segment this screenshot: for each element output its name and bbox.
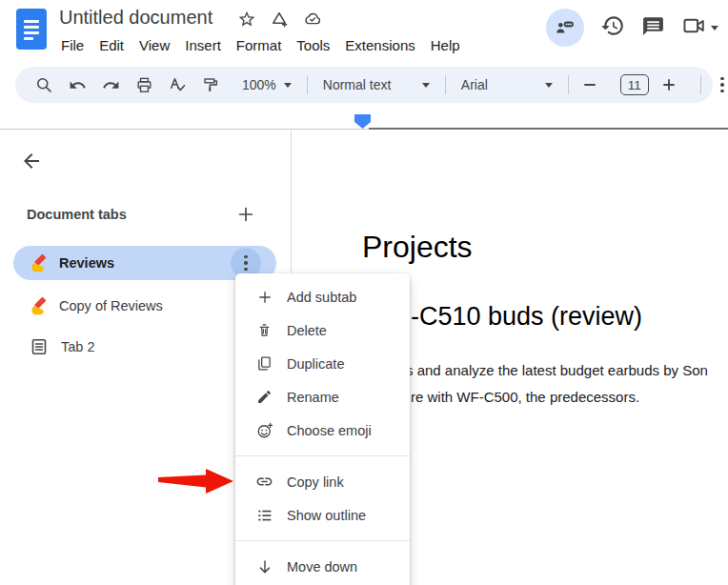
paragraph-style-select[interactable]: Normal text	[317, 77, 435, 92]
spell-check-icon[interactable]	[166, 73, 189, 96]
tab-label: Copy of Reviews	[59, 298, 163, 313]
writing-hand-emoji	[30, 296, 50, 315]
menu-tools[interactable]: Tools	[289, 34, 337, 56]
menu-item-copy-link[interactable]: Copy link	[235, 465, 410, 498]
video-call-icon[interactable]	[681, 13, 706, 42]
toolbar: 100% Normal text Arial 11	[15, 67, 713, 103]
menu-insert[interactable]: Insert	[177, 34, 229, 56]
toolbar-divider	[568, 75, 569, 94]
menu-item-delete[interactable]: Delete	[235, 313, 410, 347]
menu-format[interactable]: Format	[229, 34, 290, 56]
menu-item-move-down[interactable]: Move down	[235, 550, 410, 583]
menu-item-label: Choose emoji	[287, 423, 372, 438]
redo-icon[interactable]	[99, 73, 122, 96]
chevron-down-icon	[284, 83, 292, 88]
google-docs-window: Untitled document File Edit View Insert …	[0, 0, 728, 585]
sidebar-item-copy-of-reviews[interactable]: Copy of Reviews	[30, 289, 163, 323]
menu-item-add-subtab[interactable]: Add subtab	[235, 280, 410, 313]
menu-file[interactable]: File	[53, 34, 91, 56]
outline-icon	[255, 506, 273, 524]
tab-context-menu: Add subtab Delete Duplicate Rename Choos…	[235, 273, 410, 585]
menu-item-choose-emoji[interactable]: Choose emoji	[235, 414, 410, 447]
doc-heading-projects[interactable]: Projects	[362, 230, 473, 265]
menu-bar: File Edit View Insert Format Tools Exten…	[53, 34, 468, 56]
back-arrow-icon[interactable]	[20, 150, 43, 172]
menu-item-label: Delete	[287, 323, 327, 338]
video-call-dropdown-icon[interactable]	[711, 26, 718, 30]
menu-view[interactable]: View	[131, 34, 177, 56]
paint-format-icon[interactable]	[199, 73, 222, 96]
tab-label: Tab 2	[61, 339, 94, 354]
document-icon	[30, 338, 48, 355]
writing-hand-emoji	[30, 253, 50, 272]
zoom-select[interactable]: 100%	[236, 77, 297, 92]
menu-help[interactable]: Help	[423, 34, 468, 56]
menu-edit[interactable]: Edit	[91, 34, 131, 56]
menu-item-label: Duplicate	[287, 356, 344, 372]
ruler-line-page	[369, 128, 728, 130]
add-tab-icon[interactable]	[235, 204, 256, 225]
more-options-icon[interactable]	[711, 73, 728, 96]
arrow-down-icon	[255, 557, 273, 575]
emoji-plus-icon	[255, 421, 273, 439]
toolbar-divider	[700, 75, 701, 94]
font-size-field[interactable]: 11	[620, 74, 649, 95]
zoom-value: 100%	[242, 77, 276, 92]
menu-item-label: Rename	[287, 390, 339, 405]
doc-body-line[interactable]: s and analyze the latest budget earbuds …	[406, 362, 708, 378]
menu-extensions[interactable]: Extensions	[337, 34, 422, 56]
toolbar-divider	[445, 75, 446, 94]
trash-icon	[255, 321, 273, 339]
toolbar-divider	[307, 75, 308, 94]
move-icon[interactable]	[270, 10, 289, 29]
print-icon[interactable]	[132, 73, 155, 96]
menu-item-label: Show outline	[287, 508, 366, 523]
document-tabs-header: Document tabs	[27, 207, 127, 222]
font-family-value: Arial	[461, 77, 488, 92]
menu-item-label: Add subtab	[287, 290, 356, 305]
paragraph-style-value: Normal text	[323, 77, 392, 92]
cloud-saved-icon[interactable]	[302, 10, 323, 29]
indent-marker-icon[interactable]	[354, 114, 371, 133]
ruler-line	[0, 129, 369, 130]
duplicate-icon	[255, 354, 273, 373]
document-title[interactable]: Untitled document	[59, 7, 212, 29]
version-history-icon[interactable]	[600, 13, 625, 42]
pencil-icon	[255, 388, 273, 406]
menu-divider	[235, 455, 410, 456]
increase-font-size-button[interactable]	[657, 73, 680, 96]
chevron-down-icon	[545, 83, 553, 88]
doc-heading-review[interactable]: -C510 buds (review)	[411, 302, 642, 332]
undo-icon[interactable]	[66, 73, 89, 96]
star-icon[interactable]	[237, 10, 256, 29]
tab-label: Reviews	[59, 255, 114, 271]
link-icon	[255, 473, 273, 491]
decrease-font-size-button[interactable]	[578, 73, 601, 96]
sidebar-item-tab-2[interactable]: Tab 2	[30, 330, 94, 364]
search-icon[interactable]	[32, 73, 55, 96]
menu-item-duplicate[interactable]: Duplicate	[235, 347, 410, 380]
red-arrow-annotation-icon	[158, 466, 236, 500]
plus-icon	[255, 288, 273, 306]
comments-icon[interactable]	[641, 14, 665, 42]
font-family-select[interactable]: Arial	[455, 77, 558, 92]
menu-item-label: Move down	[287, 559, 357, 575]
menu-divider	[235, 540, 410, 541]
menu-item-rename[interactable]: Rename	[235, 380, 410, 414]
chevron-down-icon	[422, 83, 430, 88]
menu-item-label: Copy link	[287, 474, 344, 490]
menu-item-show-outline[interactable]: Show outline	[235, 498, 410, 532]
doc-body-line[interactable]: re with WF-C500, the predecessors.	[411, 389, 639, 405]
docs-logo-icon[interactable]	[16, 9, 47, 50]
tab-presence-icon[interactable]	[546, 9, 584, 47]
